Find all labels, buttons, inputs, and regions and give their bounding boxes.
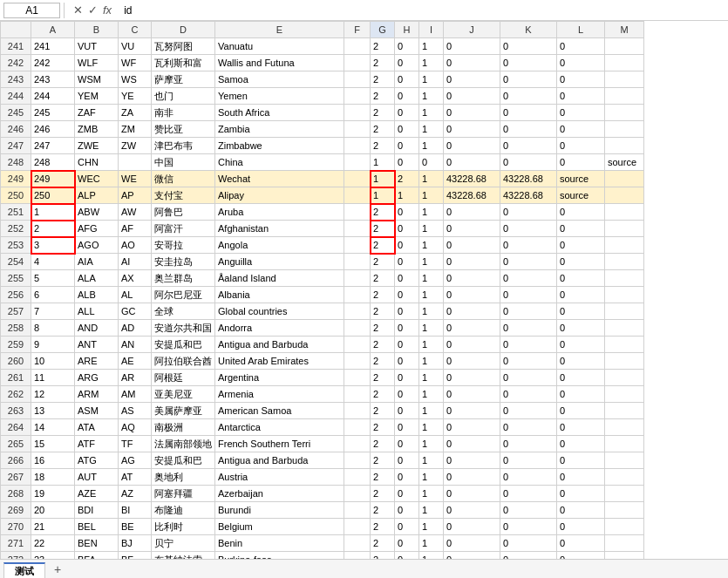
cell-A[interactable]: 23 [31,552,75,560]
cell-D[interactable]: 奥兰群岛 [152,270,215,287]
cell-A[interactable]: 249 [31,171,75,187]
formula-input[interactable] [120,4,725,17]
cell-D[interactable]: 津巴布韦 [152,138,215,154]
cell-E[interactable]: South Africa [215,105,344,121]
table-row[interactable]: 241241VUTVU瓦努阿图Vanuatu201000 [1,38,644,55]
cell-L[interactable]: 0 [557,221,605,237]
cell-G[interactable]: 2 [371,38,395,55]
cell-D[interactable]: 南极洲 [152,419,215,436]
cell-J[interactable]: 0 [444,254,500,270]
cell-I[interactable]: 1 [419,270,444,287]
cell-G[interactable]: 2 [371,270,395,287]
cell-I[interactable]: 1 [419,71,444,88]
cell-I[interactable]: 1 [419,337,444,353]
cell-M[interactable] [605,303,644,320]
cell-C[interactable]: AG [119,452,152,469]
table-row[interactable]: 246246ZMBZM赞比亚Zambia201000 [1,121,644,138]
cell-K[interactable]: 0 [500,105,557,121]
table-row[interactable]: 26212ARMAM亚美尼亚Armenia201000 [1,386,644,403]
cell-H[interactable]: 0 [395,254,419,270]
table-row[interactable]: 245245ZAFZA南非South Africa201000 [1,105,644,121]
cell-L[interactable]: 0 [557,270,605,287]
cell-C[interactable]: WF [119,55,152,71]
cell-G[interactable]: 2 [371,254,395,270]
cell-H[interactable]: 0 [395,121,419,138]
col-header-A[interactable]: A [31,22,75,38]
table-row[interactable]: 244244YEMYE也门Yemen201000 [1,88,644,105]
cell-H[interactable]: 0 [395,386,419,403]
cell-I[interactable]: 1 [419,105,444,121]
cell-A[interactable]: 242 [31,55,75,71]
cell-C[interactable]: AE [119,353,152,370]
cell-L[interactable]: source [557,187,605,204]
cell-L[interactable]: 0 [557,552,605,560]
cell-E[interactable]: Yemen [215,88,344,105]
cell-M[interactable] [605,287,644,303]
table-row[interactable]: 243243WSMWS萨摩亚Samoa201000 [1,71,644,88]
cell-A[interactable]: 7 [31,303,75,320]
col-header-K[interactable]: K [500,22,557,38]
cell-G[interactable]: 2 [371,221,395,237]
cell-I[interactable]: 1 [419,237,444,254]
cell-D[interactable]: 布基纳法索 [152,552,215,560]
cell-I[interactable]: 1 [419,469,444,486]
cell-K[interactable]: 0 [500,502,557,519]
cell-B[interactable]: ZAF [75,105,119,121]
table-row[interactable]: 26920BDIBI布隆迪Burundi201000 [1,502,644,519]
cell-K[interactable]: 0 [500,88,557,105]
fx-icon[interactable]: fx [103,3,112,17]
cell-K[interactable]: 0 [500,452,557,469]
cell-L[interactable]: 0 [557,287,605,303]
cell-H[interactable]: 0 [395,55,419,71]
table-row[interactable]: 2599ANTAN安提瓜和巴Antigua and Barbuda201000 [1,337,644,353]
cell-D[interactable]: 微信 [152,171,215,187]
cell-K[interactable]: 43228.68 [500,171,557,187]
cell-A[interactable]: 2 [31,221,75,237]
cell-G[interactable]: 2 [371,105,395,121]
cell-L[interactable]: 0 [557,535,605,552]
cell-B[interactable]: ALA [75,270,119,287]
cell-M[interactable] [605,436,644,452]
cell-A[interactable]: 248 [31,154,75,171]
cell-I[interactable]: 1 [419,287,444,303]
cell-H[interactable]: 0 [395,452,419,469]
table-row[interactable]: 26718AUTAT奥地利Austria201000 [1,469,644,486]
cell-H[interactable]: 0 [395,38,419,55]
cell-K[interactable]: 0 [500,121,557,138]
cell-B[interactable]: AUT [75,469,119,486]
cell-L[interactable]: 0 [557,419,605,436]
cell-F[interactable] [344,270,371,287]
cell-C[interactable]: AM [119,386,152,403]
cell-L[interactable]: 0 [557,370,605,386]
cell-B[interactable]: ATG [75,452,119,469]
cell-I[interactable]: 1 [419,370,444,386]
cell-L[interactable]: 0 [557,121,605,138]
cell-C[interactable]: AS [119,403,152,419]
cell-E[interactable]: Burundi [215,502,344,519]
cell-M[interactable] [605,337,644,353]
cell-F[interactable] [344,337,371,353]
cell-F[interactable] [344,254,371,270]
cell-L[interactable]: 0 [557,353,605,370]
cell-A[interactable]: 8 [31,320,75,337]
cell-A[interactable]: 245 [31,105,75,121]
cell-G[interactable]: 2 [371,486,395,502]
cell-H[interactable]: 0 [395,535,419,552]
cell-I[interactable]: 1 [419,403,444,419]
cell-M[interactable] [605,452,644,469]
cell-L[interactable]: 0 [557,303,605,320]
cell-M[interactable] [605,419,644,436]
cell-C[interactable]: BF [119,552,152,560]
cell-G[interactable]: 2 [371,386,395,403]
cell-K[interactable]: 0 [500,204,557,221]
cell-F[interactable] [344,237,371,254]
cell-H[interactable]: 0 [395,154,419,171]
cell-J[interactable]: 0 [444,38,500,55]
cell-F[interactable] [344,403,371,419]
cell-G[interactable]: 2 [371,469,395,486]
cell-L[interactable]: 0 [557,320,605,337]
cell-E[interactable]: Burkina-faso [215,552,344,560]
cell-K[interactable]: 0 [500,353,557,370]
cell-G[interactable]: 2 [371,121,395,138]
cell-D[interactable]: 瓦利斯和富 [152,55,215,71]
